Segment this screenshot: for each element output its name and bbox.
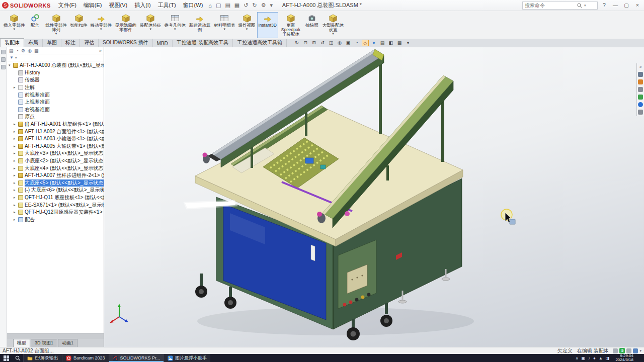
tree-item-component[interactable]: ▸QFT-HJ-Q11 底座接板<1> (默认<<默认	[7, 194, 104, 202]
tab-assembly[interactable]: 装配体	[0, 38, 24, 47]
new-motion-study-button[interactable]: 新建运动算例	[187, 12, 212, 38]
tab-motion-study-1[interactable]: 动画1	[58, 339, 77, 347]
close-button[interactable]: ×	[633, 3, 642, 8]
menu-tools[interactable]: 工具(T)	[154, 1, 180, 10]
expand-arrow-icon[interactable]: ▸	[14, 144, 18, 148]
tree-item-origin[interactable]: 原点	[7, 113, 104, 121]
tree-item-top-plane[interactable]: 上视基准面	[7, 99, 104, 106]
property-manager-tab-icon[interactable]: ◔	[16, 48, 19, 53]
taskbar-app-solidworks[interactable]: SOLIDWORKS Pr...	[109, 354, 164, 362]
appearances-icon[interactable]	[638, 102, 643, 107]
panel-more-icon[interactable]: »	[99, 48, 102, 53]
expand-arrow-icon[interactable]: ▸	[14, 151, 18, 155]
tree-item-component[interactable]: ▸AFT-HJ-A002 台面组件<1> (默认<默认_显	[7, 128, 104, 135]
display-manager-tab-icon[interactable]: ▦	[34, 48, 39, 53]
dynamic-annotation-icon[interactable]: ◎	[336, 40, 343, 46]
expand-arrow-icon[interactable]: ▸	[14, 218, 18, 222]
maximize-button[interactable]: ▢	[622, 3, 631, 8]
bom-button[interactable]: 材料明细表▾	[212, 12, 237, 38]
tree-item-mates[interactable]: ▸配合	[7, 216, 104, 223]
taskbar-search-button[interactable]	[12, 354, 23, 362]
exploded-view-button[interactable]: 爆炸视图▾	[237, 12, 257, 38]
status-caret-icon[interactable]: ▾	[639, 349, 641, 353]
status-icon-1[interactable]	[613, 348, 618, 353]
expand-arrow-icon[interactable]: ▸	[14, 173, 18, 177]
tree-item-component[interactable]: ▸AFT-HJ-A003 小输送带<1> (默认<默认_显	[7, 135, 104, 143]
menu-window[interactable]: 窗口(W)	[180, 1, 207, 10]
tree-item-component[interactable]: ▸(f) AFT-HJ-A001 机架组件<1> (默认<默认	[7, 121, 104, 128]
onedrive-icon[interactable]: ●	[593, 356, 596, 360]
large-assembly-settings-button[interactable]: 大型装配体设置▾	[320, 12, 346, 38]
insert-component-button[interactable]: 插入零部件▾	[2, 12, 27, 38]
tree-item-sensors[interactable]: 传感器	[7, 76, 104, 84]
collapse-arrow-icon[interactable]: ▾	[9, 63, 13, 67]
tab-model[interactable]: 模型	[13, 339, 30, 347]
tree-item-component[interactable]: ▸大底座<4> (默认<<默认>_显示状态 1>)	[7, 164, 104, 172]
taskbar-app-bandicam[interactable]: Bandicam 2023	[62, 354, 109, 362]
assembly-features-button[interactable]: 装配体特征▾	[138, 12, 163, 38]
quick-caret-icon[interactable]: ▾	[268, 2, 275, 9]
left-rail-icon-3[interactable]	[1, 65, 6, 69]
tab-addins[interactable]: SOLIDWORKS 插件	[99, 39, 153, 47]
filter-funnel-icon[interactable]: ▼	[10, 55, 14, 60]
search-caret-icon[interactable]: ▾	[584, 4, 586, 8]
graphics-viewport[interactable]: «	[104, 47, 644, 347]
search-input[interactable]	[525, 3, 575, 8]
view-settings-icon[interactable]: ◧	[387, 40, 394, 46]
volume-icon[interactable]: ♪	[588, 356, 590, 360]
tree-item-history[interactable]: History	[7, 69, 104, 77]
hide-show-items-icon[interactable]: ◇	[362, 40, 369, 46]
tab-sketch[interactable]: 草图	[43, 39, 61, 47]
menu-file[interactable]: 文件(F)	[55, 1, 80, 10]
menu-edit[interactable]: 编辑(E)	[80, 1, 106, 10]
tree-item-annotations[interactable]: ▸注解	[7, 84, 104, 92]
take-snapshot-button[interactable]: 拍快照	[303, 12, 320, 38]
tree-item-front-plane[interactable]: 前视基准面	[7, 91, 104, 99]
left-rail-icon-2[interactable]	[1, 57, 6, 62]
resources-tab-icon[interactable]	[638, 72, 643, 77]
taskbar-app-image-assistant[interactable]: 图片悬浮小助手	[164, 354, 210, 362]
show-hidden-components-button[interactable]: 显示隐藏的零部件	[113, 12, 138, 38]
undo-icon[interactable]: ↺	[242, 2, 250, 9]
expand-arrow-icon[interactable]: ▸	[14, 130, 18, 134]
task-pane-collapse-icon[interactable]: «	[639, 65, 641, 69]
home-icon[interactable]: ⌂	[206, 2, 214, 9]
machine-model[interactable]	[185, 49, 474, 340]
tray-app-icon[interactable]: ▣	[582, 356, 586, 360]
apply-scene-icon[interactable]: ▤	[379, 40, 386, 46]
status-icon-2[interactable]	[626, 348, 631, 353]
menu-insert[interactable]: 插入(I)	[131, 1, 154, 10]
tree-item-right-plane[interactable]: 右视基准面	[7, 106, 104, 114]
update-speedpak-button[interactable]: 更新Speedpak子装配体	[278, 12, 303, 38]
expand-arrow-icon[interactable]: ▸	[14, 181, 18, 185]
taskbar-app-explorer[interactable]: E:\屏录输出	[23, 354, 62, 362]
left-rail-icon-1[interactable]	[1, 50, 6, 54]
design-library-icon[interactable]	[638, 79, 643, 84]
expand-arrow-icon[interactable]: ▸	[14, 196, 18, 200]
display-style-icon[interactable]: ◔	[353, 40, 360, 46]
command-search[interactable]: ▾	[522, 2, 598, 10]
ime-icon[interactable]: ◨	[606, 356, 610, 360]
expand-arrow-icon[interactable]: ▸	[14, 85, 18, 89]
smart-fasteners-button[interactable]: 智能扣件	[69, 12, 89, 38]
network-icon[interactable]: ▲	[599, 356, 603, 360]
camera-icon[interactable]: ▦	[396, 40, 403, 46]
new-doc-icon[interactable]: ▢	[214, 2, 223, 9]
filter-caret-icon[interactable]: ▾	[15, 56, 17, 60]
hud-caret-icon[interactable]: ▾	[405, 40, 412, 46]
expand-arrow-icon[interactable]: ▸	[14, 137, 18, 141]
previous-view-icon[interactable]: ↺	[319, 40, 326, 46]
status-icon-3[interactable]	[633, 348, 638, 353]
tray-expand-icon[interactable]: ∧	[576, 356, 579, 360]
addin-badge-icon[interactable]: 5	[619, 348, 625, 353]
zoom-fit-icon[interactable]: ⊡	[302, 40, 309, 46]
zoom-area-icon[interactable]: ⊞	[310, 40, 317, 46]
rebuild-icon[interactable]: ↻	[250, 2, 259, 9]
expand-arrow-icon[interactable]: ▸	[14, 203, 18, 207]
tab-evaluate[interactable]: 评估	[80, 39, 99, 47]
view-orientation-icon[interactable]: ▣	[345, 40, 352, 46]
tab-3d-views[interactable]: 3D 视图1	[31, 339, 57, 347]
expand-arrow-icon[interactable]: ▸	[14, 159, 18, 163]
tree-item-component[interactable]: ▸QFT-HJ-Q12固原感应器安装件<1> (默认	[7, 209, 104, 216]
tree-item-component[interactable]: ▸小底座<2> (默认<<默认>_显示状态 1>)	[7, 157, 104, 165]
